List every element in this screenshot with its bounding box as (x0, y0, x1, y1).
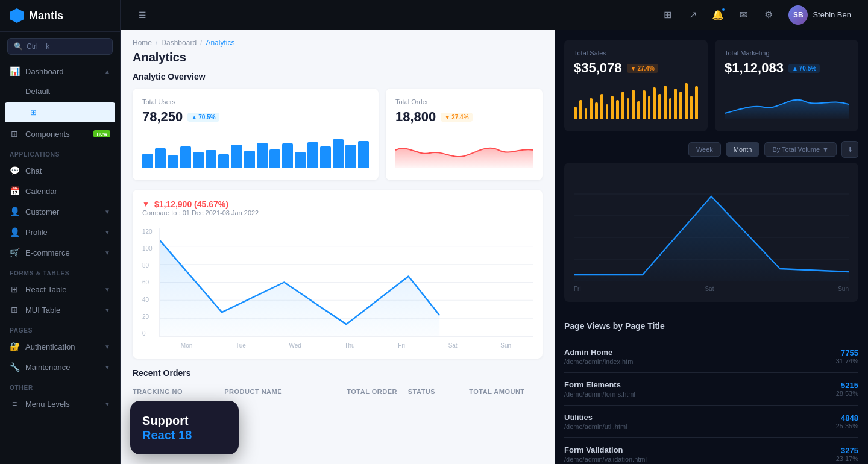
download-button[interactable]: ⬇ (841, 141, 858, 158)
sidebar-item-maintenance[interactable]: 🔧 Maintenance ▼ (0, 357, 120, 377)
col-tracking: TRACKING NO (133, 388, 224, 395)
sidebar-item-profile[interactable]: 👤 Profile ▼ (0, 222, 120, 242)
pv-count: 7755 (836, 348, 858, 357)
month-button[interactable]: Month (726, 142, 760, 157)
maintenance-label: Maintenance (25, 363, 70, 372)
pv-left: Admin Home /demo/admin/index.html (564, 348, 836, 365)
breadcrumb-home[interactable]: Home (133, 39, 152, 47)
income-value: ▼ $1,12,900 (45.67%) (142, 199, 259, 209)
maintenance-icon: 🔧 (10, 362, 19, 372)
sidebar-item-customer[interactable]: 👤 Customer ▼ (0, 201, 120, 222)
logo-icon (10, 8, 24, 23)
sidebar-logo[interactable]: Mantis (0, 0, 120, 32)
chat-label: Chat (25, 166, 42, 175)
dark-chart-x-labels: FriSatSun (574, 286, 849, 292)
volume-select[interactable]: By Total Volume ▼ (764, 142, 837, 157)
recent-orders-title: Recent Orders (121, 368, 555, 383)
profile-label: Profile (25, 228, 48, 237)
sidebar-item-analytics[interactable]: ⊞ (5, 102, 115, 122)
dark-stat-card-marketing: Total Marketing $1,12,083 ▲ 70.5% (715, 40, 858, 131)
gold-bar (585, 108, 588, 119)
sidebar-item-react-table[interactable]: ⊞ React Table ▼ (0, 279, 120, 299)
user-name: Stebin Ben (813, 10, 851, 19)
sidebar-item-chat[interactable]: 💬 Chat (0, 160, 120, 181)
chevron-down-icon: ▼ (104, 208, 110, 215)
total-marketing-chart (725, 83, 849, 119)
gold-bar (669, 98, 672, 119)
support-subtitle: React 18 (142, 428, 227, 442)
bar (257, 143, 268, 168)
support-banner[interactable]: Support React 18 (130, 401, 239, 454)
pv-pct: 31.74% (836, 357, 858, 365)
bar (244, 151, 255, 168)
total-users-badge: ▲ 70.5% (187, 113, 219, 122)
sidebar-item-dashboard[interactable]: 📊 Dashboard ▲ (0, 61, 120, 81)
gold-bar (685, 83, 688, 119)
gold-bar (579, 100, 582, 119)
page-views-section: Page Views by Page Title Admin Home /dem… (555, 312, 868, 464)
pv-title: Admin Home (564, 348, 836, 357)
dark-stat-card-sales: Total Sales $35,078 ▼ 27.4% (564, 40, 708, 131)
sidebar-item-calendar[interactable]: 📅 Calendar (0, 181, 120, 201)
apps-button[interactable]: ⊞ (657, 5, 678, 25)
search-input[interactable]: 🔍 Ctrl + k (7, 38, 113, 55)
income-header: ▼ $1,12,900 (45.67%) Compare to : 01 Dec… (142, 199, 533, 226)
col-total-order: TOTAL ORDER (347, 388, 408, 395)
breadcrumb-current: Analytics (206, 39, 234, 47)
fullscreen-button[interactable]: ↗ (682, 5, 703, 25)
gold-bar (574, 107, 577, 119)
total-sales-badge: ▼ 27.4% (627, 64, 658, 73)
chevron-down-icon-4: ▼ (104, 286, 110, 293)
topbar-left: ☰ (133, 5, 152, 25)
total-marketing-label: Total Marketing (725, 49, 849, 57)
total-sales-label: Total Sales (574, 49, 698, 57)
sidebar-item-ecommerce[interactable]: 🛒 E-commerce ▼ (0, 242, 120, 263)
sidebar-item-authentication[interactable]: 🔐 Authentication ▼ (0, 336, 120, 357)
total-marketing-row: $1,12,083 ▲ 70.5% (725, 60, 849, 76)
menu-toggle-button[interactable]: ☰ (133, 5, 152, 25)
sidebar-search-container: 🔍 Ctrl + k (0, 32, 120, 61)
stat-card-total-users: Total Users 78,250 ▲ 70.5% (133, 89, 379, 180)
gold-bar (674, 89, 677, 119)
breadcrumb-dashboard[interactable]: Dashboard (161, 39, 197, 47)
analytic-overview-title: Analytic Overview (121, 72, 555, 89)
bar (218, 154, 229, 168)
gold-bar (690, 96, 693, 119)
logo-text: Mantis (29, 10, 63, 22)
notifications-button[interactable]: 🔔 (708, 5, 728, 25)
breadcrumb-sep-1: / (156, 39, 157, 47)
sidebar-item-components[interactable]: ⊞ Components new (0, 124, 120, 144)
main-area: ☰ ⊞ ↗ 🔔 ✉ ⚙ SB Stebin Ben Home / Dashboa… (121, 0, 868, 464)
table-header: TRACKING NO PRODUCT NAME TOTAL ORDER STA… (121, 383, 555, 400)
week-button[interactable]: Week (688, 142, 721, 157)
gold-bar (643, 90, 646, 119)
total-users-label: Total Users (142, 98, 369, 105)
income-compare: Compare to : 01 Dec 2021-08 Jan 2022 (142, 209, 259, 216)
messages-button[interactable]: ✉ (733, 5, 753, 25)
auth-icon: 🔐 (10, 342, 19, 351)
pv-path: /demo/admin/forms.html (564, 390, 836, 398)
sidebar-item-menu-levels[interactable]: ≡ Menu Levels ▼ (0, 393, 120, 414)
col-status: STATUS (408, 388, 470, 395)
pv-title: Form Elements (564, 380, 836, 389)
bar (168, 155, 178, 168)
components-icon: ⊞ (10, 129, 19, 139)
bar (180, 146, 191, 168)
page-view-item: Form Elements /demo/admin/forms.html 521… (564, 373, 858, 406)
dark-stat-cards: Total Sales $35,078 ▼ 27.4% Total Market… (555, 30, 868, 141)
total-order-value: 18,800 (395, 109, 436, 125)
page-view-item: Form Validation /demo/admin/validation.h… (564, 438, 858, 464)
sidebar-item-default[interactable]: Default (0, 81, 120, 101)
pv-pct: 28.53% (836, 390, 858, 397)
gold-bar (600, 94, 603, 119)
total-sales-value: $35,078 (574, 60, 622, 76)
gold-bar (632, 90, 635, 119)
chevron-down-icon-6: ▼ (104, 343, 110, 350)
chevron-down-icon-2: ▼ (104, 229, 110, 236)
settings-button[interactable]: ⚙ (758, 5, 779, 25)
user-profile[interactable]: SB Stebin Ben (784, 3, 856, 27)
components-badge: new (93, 130, 110, 137)
sidebar-item-mui-table[interactable]: ⊞ MUI Table ▼ (0, 299, 120, 320)
menu-levels-icon: ≡ (10, 399, 19, 409)
bar (307, 142, 318, 168)
